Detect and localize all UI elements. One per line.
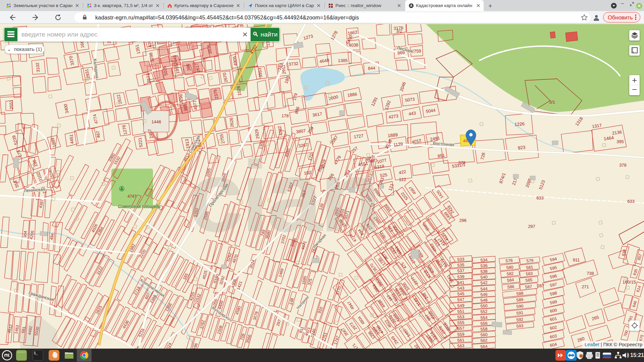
svg-text:581: 581 (526, 265, 533, 270)
svg-text:558: 558 (480, 326, 488, 331)
svg-text:552: 552 (480, 309, 488, 314)
svg-text:533: 533 (457, 257, 465, 262)
svg-text:2626: 2626 (229, 117, 235, 127)
svg-text:562: 562 (480, 338, 488, 343)
svg-text:160/15: 160/15 (623, 280, 636, 285)
svg-text:271: 271 (582, 284, 589, 289)
svg-text:550: 550 (480, 303, 488, 308)
svg-text:844: 844 (368, 66, 375, 71)
svg-text:593: 593 (516, 323, 524, 329)
svg-text:592: 592 (516, 317, 524, 322)
svg-text:543: 543 (457, 286, 465, 291)
svg-text:579: 579 (526, 258, 534, 263)
svg-text:551: 551 (457, 309, 465, 314)
svg-text:3102: 3102 (35, 62, 41, 72)
svg-text:535: 535 (457, 262, 465, 267)
svg-text:3732: 3732 (288, 61, 299, 67)
svg-text:578: 578 (505, 258, 513, 263)
svg-text:541: 541 (457, 280, 465, 285)
svg-text:584: 584 (507, 278, 514, 283)
svg-text:554: 554 (480, 315, 488, 320)
svg-text:553: 553 (457, 314, 465, 319)
svg-text:546: 546 (480, 292, 488, 297)
svg-text:2759: 2759 (411, 49, 421, 54)
svg-text:538: 538 (480, 269, 488, 274)
svg-text:589: 589 (516, 297, 524, 303)
svg-text:588: 588 (516, 291, 524, 296)
svg-text:297: 297 (528, 224, 535, 229)
svg-text:122: 122 (399, 177, 406, 182)
svg-text:549: 549 (457, 303, 465, 308)
svg-text:586: 586 (507, 284, 515, 290)
svg-text:851: 851 (437, 153, 445, 159)
svg-text:545: 545 (457, 291, 465, 296)
svg-text:534: 534 (480, 257, 488, 262)
svg-text:296: 296 (459, 218, 467, 223)
svg-text:563: 563 (457, 343, 465, 348)
svg-text:2551: 2551 (8, 100, 14, 110)
svg-text:548: 548 (480, 298, 488, 303)
svg-text:580: 580 (506, 265, 514, 270)
svg-text:378: 378 (619, 163, 627, 168)
svg-text:559: 559 (457, 332, 465, 337)
svg-text:3/1: 3/1 (549, 100, 555, 105)
svg-text:178: 178 (281, 113, 289, 118)
svg-text:556: 556 (480, 321, 488, 326)
svg-text:583: 583 (526, 271, 533, 277)
svg-text:585: 585 (525, 278, 533, 283)
svg-text:555: 555 (457, 320, 465, 325)
svg-text:3296: 3296 (178, 94, 184, 104)
svg-text:287: 287 (537, 283, 544, 288)
svg-text:Советская площадь: Советская площадь (118, 204, 160, 209)
svg-text:633: 633 (536, 195, 544, 200)
svg-text:1446: 1446 (152, 119, 161, 124)
svg-text:738: 738 (587, 271, 594, 276)
svg-text:561: 561 (457, 338, 465, 343)
svg-text:540: 540 (480, 275, 488, 280)
svg-text:537: 537 (457, 268, 465, 273)
svg-text:557: 557 (457, 326, 465, 331)
svg-text:1385: 1385 (338, 58, 348, 63)
svg-text:560: 560 (480, 332, 488, 337)
svg-text:542: 542 (480, 280, 488, 285)
svg-text:395: 395 (616, 139, 624, 144)
svg-text:1226: 1226 (514, 121, 525, 127)
svg-text:582: 582 (506, 271, 514, 277)
svg-text:1889: 1889 (387, 132, 398, 138)
svg-text:633: 633 (627, 199, 635, 204)
svg-text:590: 590 (516, 304, 524, 309)
svg-text:3/2: 3/2 (396, 28, 402, 34)
svg-text:911: 911 (573, 257, 580, 262)
svg-text:539: 539 (457, 274, 465, 279)
svg-text:564: 564 (480, 344, 488, 349)
svg-text:536: 536 (480, 263, 488, 268)
svg-text:4747: 4747 (127, 194, 137, 199)
svg-text:923: 923 (518, 145, 526, 150)
svg-text:544: 544 (480, 286, 488, 291)
svg-text:467: 467 (95, 130, 101, 138)
svg-text:547: 547 (457, 297, 465, 302)
svg-text:591: 591 (516, 310, 524, 316)
svg-text:cian: cian (188, 140, 378, 253)
svg-text:304: 304 (22, 231, 28, 238)
